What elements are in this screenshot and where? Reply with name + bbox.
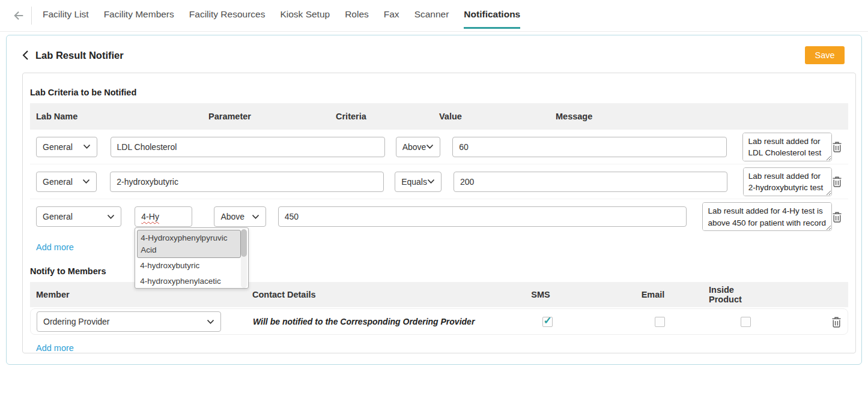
- criteria-select[interactable]: Above: [396, 137, 441, 157]
- nav-divider: [31, 7, 32, 25]
- tab-facility-members[interactable]: Facility Members: [104, 0, 174, 29]
- value-input[interactable]: [452, 137, 727, 157]
- sms-checkbox[interactable]: ✓: [542, 317, 553, 327]
- criteria-table-header: Lab Name Parameter Criteria Value Messag…: [30, 103, 848, 130]
- parameter-input[interactable]: [111, 137, 385, 157]
- tab-notifications[interactable]: Notifications: [464, 0, 520, 29]
- col-header-email: Email: [623, 290, 683, 299]
- lab-name-select[interactable]: General: [36, 206, 121, 227]
- col-header-value: Value: [433, 112, 550, 121]
- trash-icon: [831, 316, 842, 328]
- delete-member-button[interactable]: [831, 316, 842, 328]
- chevron-down-icon: [427, 179, 435, 184]
- autocomplete-option[interactable]: 4-Hydroxyphenylpyruvic Acid: [137, 230, 241, 258]
- chevron-down-icon: [107, 214, 115, 220]
- members-add-more-link[interactable]: Add more: [36, 343, 74, 353]
- chevron-left-icon[interactable]: [21, 49, 33, 62]
- nav-back-button[interactable]: [10, 0, 28, 31]
- lab-result-notifier-card: Lab Result Notifier Save Lab Criteria to…: [6, 35, 862, 365]
- criteria-row: General Above Lab result added for LDL C…: [30, 130, 848, 164]
- criteria-value: Equals: [401, 177, 427, 187]
- col-header-inside-product: Inside Product: [709, 285, 769, 304]
- parameter-input[interactable]: 4-Hy: [135, 206, 192, 227]
- card-header: Lab Result Notifier Save: [7, 35, 861, 64]
- col-header-sms: SMS: [511, 290, 571, 299]
- trash-icon: [832, 176, 842, 187]
- save-button[interactable]: Save: [805, 46, 845, 64]
- chevron-down-icon: [207, 319, 214, 325]
- contact-details-note: Will be notified to the Corresponding Or…: [253, 317, 517, 326]
- message-textarea[interactable]: Lab result added for 4-Hy test is above …: [702, 202, 832, 231]
- delete-row-button[interactable]: [832, 211, 842, 223]
- page-title: Lab Result Notifier: [35, 50, 124, 61]
- criteria-select[interactable]: Above: [214, 206, 266, 227]
- tab-fax[interactable]: Fax: [384, 0, 399, 29]
- criteria-row: General 4-Hy 4-Hydroxyphenylpyruvic Acid…: [30, 199, 848, 234]
- back-arrow-icon: [12, 9, 25, 22]
- autocomplete-option[interactable]: 4-hydroxybutyric: [137, 258, 241, 274]
- tab-facility-resources[interactable]: Facility Resources: [189, 0, 266, 29]
- criteria-value: Above: [402, 142, 426, 152]
- chevron-down-icon: [252, 214, 259, 220]
- parameter-input-wrapper: 4-Hy 4-Hydroxyphenylpyruvic Acid 4-hydro…: [135, 206, 192, 227]
- nav-tabs: Facility List Facility Members Facility …: [43, 0, 520, 31]
- criteria-select[interactable]: Equals: [395, 172, 442, 192]
- value-input[interactable]: [454, 172, 727, 192]
- col-header-contact-details: Contact Details: [246, 290, 511, 299]
- col-header-lab-name: Lab Name: [30, 112, 202, 121]
- inside-product-checkbox[interactable]: ✓: [741, 317, 751, 327]
- criteria-row: General Equals Lab result added for 2-hy…: [30, 164, 848, 199]
- dropdown-scrollbar-thumb[interactable]: [241, 229, 247, 257]
- message-textarea[interactable]: Lab result added for LDL Cholesterol tes…: [742, 133, 832, 161]
- message-textarea[interactable]: Lab result added for 2-hydroxybutyric te…: [743, 167, 832, 196]
- col-header-message: Message: [550, 112, 800, 121]
- value-input[interactable]: [278, 206, 687, 227]
- lab-name-select[interactable]: General: [36, 172, 97, 192]
- delete-row-button[interactable]: [832, 176, 842, 187]
- col-header-parameter: Parameter: [202, 112, 330, 121]
- lab-criteria-heading: Lab Criteria to be Notified: [30, 88, 848, 97]
- chevron-down-icon: [82, 179, 90, 184]
- lab-name-value: General: [43, 212, 107, 221]
- check-icon: ✓: [544, 314, 552, 327]
- member-select[interactable]: Ordering Provider: [37, 311, 221, 332]
- chevron-down-icon: [83, 144, 91, 149]
- criteria-add-more-link[interactable]: Add more: [36, 242, 74, 252]
- member-value: Ordering Provider: [43, 317, 207, 326]
- chevron-down-icon: [426, 144, 434, 149]
- tab-facility-list[interactable]: Facility List: [43, 0, 89, 29]
- notifier-panel: Lab Criteria to be Notified Lab Name Par…: [22, 73, 856, 353]
- col-header-criteria: Criteria: [330, 112, 433, 121]
- tab-kiosk-setup[interactable]: Kiosk Setup: [280, 0, 330, 29]
- member-row: Ordering Provider Will be notified to th…: [30, 308, 848, 335]
- tab-roles[interactable]: Roles: [345, 0, 369, 29]
- dropdown-scrollbar: [241, 229, 247, 288]
- delete-row-button[interactable]: [832, 141, 842, 152]
- email-checkbox[interactable]: ✓: [655, 317, 665, 327]
- lab-name-select[interactable]: General: [36, 137, 97, 157]
- parameter-value: 4-Hy: [141, 212, 159, 221]
- parameter-autocomplete-dropdown: 4-Hydroxyphenylpyruvic Acid 4-hydroxybut…: [135, 227, 249, 289]
- criteria-value: Above: [220, 212, 251, 221]
- autocomplete-option[interactable]: 4-hydroxyphenylacetic: [137, 274, 241, 289]
- lab-name-value: General: [43, 142, 83, 152]
- top-navigation: Facility List Facility Members Facility …: [0, 0, 868, 32]
- lab-name-value: General: [43, 177, 82, 187]
- col-header-member: Member: [30, 290, 214, 299]
- tab-scanner[interactable]: Scanner: [414, 0, 449, 29]
- parameter-input[interactable]: [110, 172, 384, 192]
- trash-icon: [832, 141, 842, 152]
- trash-icon: [832, 211, 842, 223]
